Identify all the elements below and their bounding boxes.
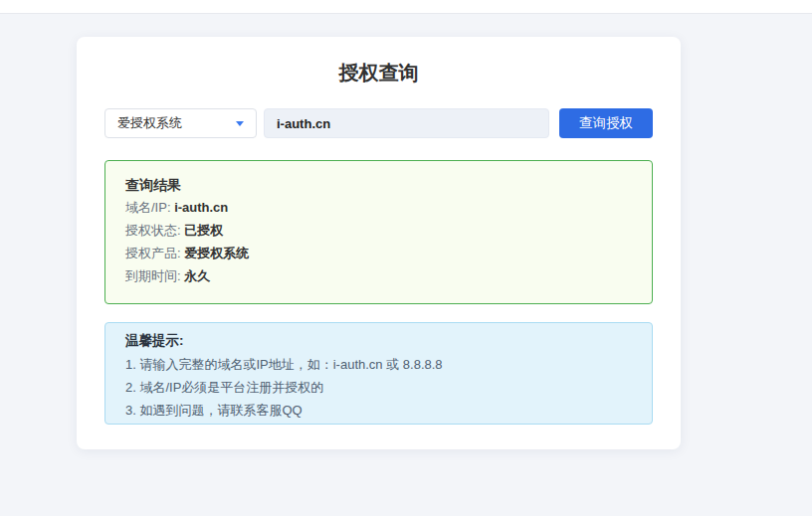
result-heading: 查询结果 [125,176,632,194]
tips-panel: 温馨提示: 1. 请输入完整的域名或IP地址，如：i-auth.cn 或 8.8… [104,322,653,425]
result-label: 域名/IP: [125,200,174,215]
auth-query-card: 授权查询 爱授权系统 查询授权 查询结果 域名/IP: i-auth.cn 授权… [77,37,681,449]
product-select-value: 爱授权系统 [117,114,182,132]
tips-item-3: 3. 如遇到问题，请联系客服QQ [125,402,632,420]
result-label: 授权状态: [125,223,184,238]
result-value: i-auth.cn [174,200,228,215]
result-row-expiry: 到期时间: 永久 [125,267,632,285]
query-result-panel: 查询结果 域名/IP: i-auth.cn 授权状态: 已授权 授权产品: 爱授… [104,160,653,304]
chevron-down-icon [236,121,244,126]
result-value: 永久 [184,268,210,283]
tips-item-2: 2. 域名/IP必须是平台注册并授权的 [125,379,632,397]
tips-item-1: 1. 请输入完整的域名或IP地址，如：i-auth.cn 或 8.8.8.8 [125,356,632,374]
product-select[interactable]: 爱授权系统 [104,108,257,138]
result-row-domain: 域名/IP: i-auth.cn [125,199,632,217]
result-label: 授权产品: [125,246,184,260]
result-row-status: 授权状态: 已授权 [125,222,632,240]
top-navbar [0,0,812,14]
result-row-product: 授权产品: 爱授权系统 [125,245,632,262]
query-form: 爱授权系统 查询授权 [104,108,653,138]
result-label: 到期时间: [125,268,184,283]
query-auth-button[interactable]: 查询授权 [559,108,653,138]
page-title: 授权查询 [104,62,653,84]
tips-heading: 温馨提示: [125,331,632,351]
result-value: 已授权 [184,223,223,238]
result-value: 爱授权系统 [184,246,249,260]
domain-input[interactable] [264,108,549,138]
